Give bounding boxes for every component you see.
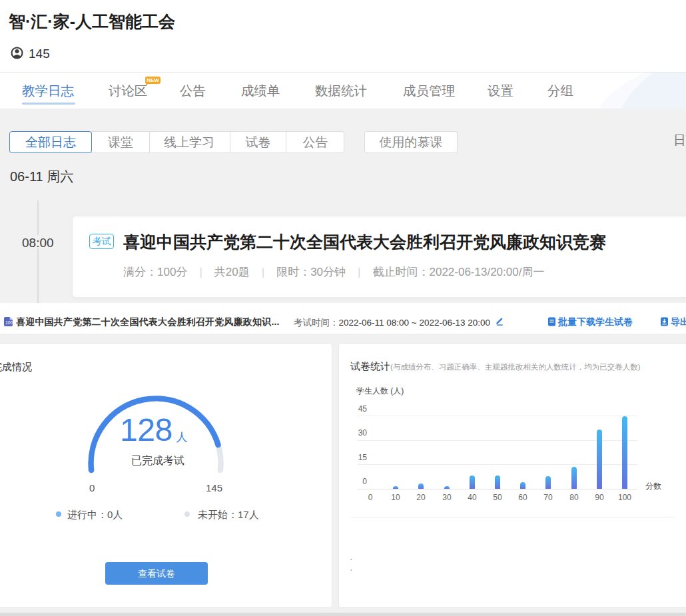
svg-text:100: 100 xyxy=(5,320,13,325)
